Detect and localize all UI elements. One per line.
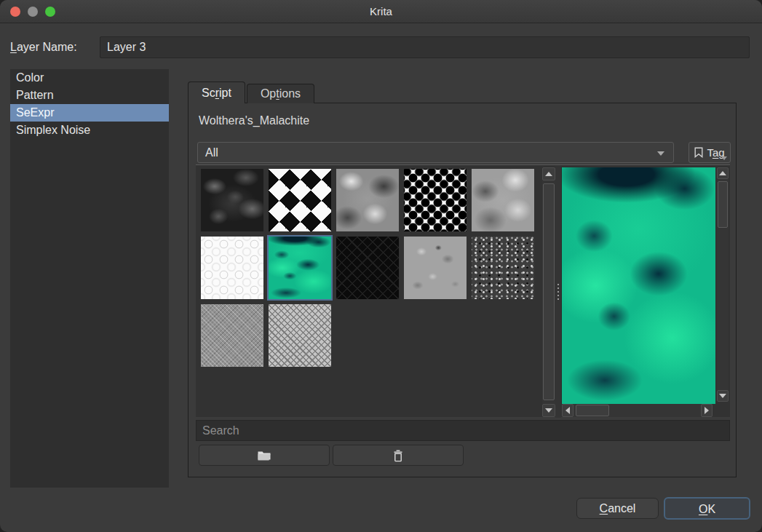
list-item-seexpr[interactable]: SeExpr — [10, 104, 169, 122]
triangle-up-icon — [545, 172, 552, 176]
list-item-simplex-noise[interactable]: Simplex Noise — [10, 122, 169, 139]
pattern-thumbnail[interactable] — [269, 169, 331, 231]
folder-icon — [257, 450, 271, 461]
pattern-browser — [196, 164, 730, 417]
pattern-thumbnail[interactable] — [269, 304, 331, 367]
cancel-button[interactable]: Cancel — [576, 498, 659, 519]
triangle-right-icon — [705, 407, 709, 414]
bookmark-icon — [694, 147, 703, 158]
ok-button[interactable]: OK — [664, 497, 750, 520]
scrollbar-thumb[interactable] — [543, 183, 555, 400]
scrollbar-thumb[interactable] — [718, 181, 728, 228]
title-bar[interactable]: Krita — [0, 0, 762, 23]
tab-script[interactable]: Script — [188, 82, 245, 103]
pattern-thumbnail[interactable] — [336, 169, 399, 231]
scroll-down-button[interactable] — [717, 390, 729, 402]
list-item-pattern[interactable]: Pattern — [10, 87, 169, 104]
list-item-color[interactable]: Color — [10, 69, 169, 87]
window-title: Krita — [0, 0, 762, 23]
pattern-thumbnail[interactable] — [404, 237, 467, 299]
scroll-down-button[interactable] — [542, 404, 555, 417]
krita-dialog-window: Krita Layer Name: Color Pattern SeExpr S… — [0, 0, 762, 532]
selected-pattern-name: Wolthera's_Malachite — [199, 114, 309, 127]
pattern-thumbnail[interactable] — [404, 169, 467, 231]
triangle-up-icon — [719, 171, 726, 175]
pattern-thumbnail[interactable] — [336, 237, 399, 299]
tag-filter-dropdown[interactable]: All — [197, 142, 674, 163]
scroll-up-button[interactable] — [717, 167, 729, 179]
pattern-thumbnail-selected[interactable] — [269, 237, 331, 299]
triangle-left-icon — [565, 407, 570, 414]
preview-vertical-scrollbar[interactable] — [717, 167, 729, 402]
delete-resource-button[interactable] — [333, 445, 464, 466]
layer-name-input[interactable] — [100, 36, 750, 58]
triangle-down-icon — [719, 394, 726, 398]
generator-type-list: Color Pattern SeExpr Simplex Noise — [10, 69, 169, 488]
layer-name-label: Layer Name: — [10, 36, 77, 58]
script-tab-panel: Wolthera's_Malachite All Tag — [188, 103, 737, 477]
scroll-right-button[interactable] — [701, 404, 713, 417]
splitter-handle[interactable] — [555, 166, 561, 418]
grid-scrollbar[interactable] — [542, 167, 555, 417]
pattern-grid — [196, 165, 542, 417]
pattern-thumbnail[interactable] — [201, 304, 263, 367]
tab-bar: Script Options — [188, 82, 316, 103]
chevron-down-icon — [657, 151, 664, 156]
pattern-thumbnail[interactable] — [472, 169, 534, 231]
pattern-thumbnail[interactable] — [472, 237, 534, 299]
scrollbar-thumb[interactable] — [576, 405, 609, 416]
import-resource-button[interactable] — [199, 445, 330, 466]
pattern-preview-image — [561, 167, 715, 404]
search-input[interactable] — [196, 420, 730, 441]
pattern-thumbnail[interactable] — [201, 169, 263, 231]
tab-options[interactable]: Options — [247, 84, 314, 103]
tag-button[interactable]: Tag — [688, 142, 731, 163]
scroll-up-button[interactable] — [542, 167, 555, 180]
triangle-down-icon — [545, 408, 552, 413]
scroll-left-button[interactable] — [562, 404, 574, 417]
trash-icon — [392, 449, 404, 462]
preview-horizontal-scrollbar[interactable] — [562, 404, 713, 417]
chevron-down-icon — [721, 156, 727, 160]
pattern-thumbnail[interactable] — [201, 237, 263, 299]
